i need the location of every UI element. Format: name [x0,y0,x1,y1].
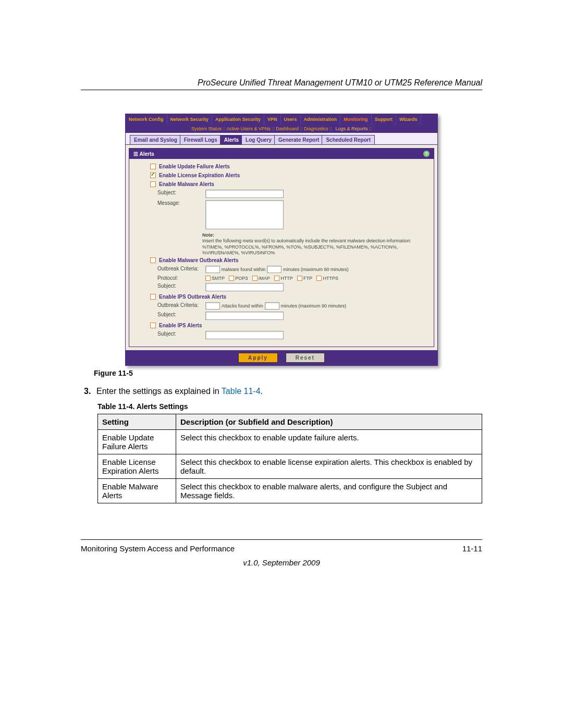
table-cell-setting: Enable Malware Alerts [98,479,176,503]
label-update-failure: Enable Update Failure Alerts [159,164,230,169]
topnav-item[interactable]: VPN [264,114,281,125]
checkbox-malware-alerts[interactable] [150,181,156,187]
tab-item[interactable]: Scheduled Report [322,135,375,144]
step-text-b: . [261,387,263,396]
label-ips-subject: Subject: [157,331,202,337]
screenshot: Network ConfigNetwork SecurityApplicatio… [125,114,438,366]
label-protocol-https: HTTPS [323,276,338,281]
label-malware-alerts: Enable Malware Alerts [159,181,214,187]
label-ips-outbreak-subject: Subject: [157,312,202,317]
step-table-link[interactable]: Table 11-4 [222,387,261,396]
section-title: ☰ Alerts [133,151,154,157]
table-cell-description: Select this checkbox to enable update fa… [176,430,482,454]
help-icon[interactable]: ? [423,151,430,157]
input-ips-subject[interactable] [205,331,284,339]
topnav-item[interactable]: Users [281,114,301,125]
label-protocol-pop3: POP3 [235,276,249,281]
checkbox-malware-outbreak[interactable] [150,257,156,263]
input-malware-minutes[interactable] [267,266,282,273]
topnav-item[interactable]: Monitoring [340,114,372,125]
tab-item[interactable]: Firewall Logs [180,135,222,144]
table-cell-setting: Enable License Expiration Alerts [98,454,176,479]
table-row: Enable License Expiration AlertsSelect t… [98,454,482,479]
table-caption: Table 11-4. Alerts Settings [97,402,482,411]
subnav-active: Logs & Reports :: [336,126,372,131]
figure-caption: Figure 11-5 [94,369,482,377]
label-ips-outbreak: Enable IPS Outbreak Alerts [159,294,226,300]
apply-button[interactable]: Apply [238,353,278,363]
topnav-item[interactable]: Administration [301,114,341,125]
table-header-description: Description (or Subfield and Description… [176,414,482,430]
label-ips-alerts: Enable IPS Alerts [159,323,202,328]
tab-item[interactable]: Generate Report [274,135,323,144]
checkbox-protocol-smtp[interactable] [205,276,211,281]
step-3: 3. Enter the settings as explained in Ta… [81,387,482,396]
note-line2: %TIME%, %PROTOCOL%, %FROM%, %TO%, %SUBJE… [202,244,398,255]
text-ips-minutes-max: minutes (maximum 90 minutes) [280,303,346,309]
checkbox-ips-alerts[interactable] [150,323,156,328]
alerts-settings-table: Setting Description (or Subfield and Des… [97,414,482,503]
label-protocol-smtp: SMTP [212,276,226,281]
label-license-expiration: Enable License Expiration Alerts [159,172,240,178]
checkbox-update-failure[interactable] [150,164,156,169]
input-malware-outbreak-subject[interactable] [205,283,284,291]
input-ips-count[interactable] [205,302,220,310]
reset-button[interactable]: Reset [286,353,325,363]
checkbox-protocol-http[interactable] [274,276,279,281]
label-subject: Subject: [157,190,202,195]
label-outbreak-criteria: Outbreak Criteria: [157,266,202,272]
checkbox-protocol-imap[interactable] [252,276,258,281]
label-protocol-ftp: FTP [303,276,313,281]
note-head: Note: [202,232,214,238]
top-nav: Network ConfigNetwork SecurityApplicatio… [126,114,437,125]
label-message: Message: [157,200,202,206]
tab-item[interactable]: Log Query [241,135,276,144]
label-malware-outbreak-subject: Subject: [157,283,202,289]
topnav-item[interactable]: Network Security [167,114,213,125]
label-ips-outbreak-criteria: Outbreak Criteria: [157,302,202,308]
table-row: Enable Malware AlertsSelect this checkbo… [98,479,482,503]
document-title: ProSecure Unified Threat Management UTM1… [81,78,482,90]
table-header-setting: Setting [98,414,176,430]
footer-section-title: Monitoring System Access and Performance [81,544,235,553]
note-block: Note: Insert the following meta word(s) … [202,232,429,256]
label-protocol-http: HTTP [280,276,294,281]
text-attacks-found-within: Attacks found within [222,303,263,309]
footer-page-number: 11-11 [462,544,482,553]
input-malware-count[interactable] [205,266,220,273]
sub-nav: System Status :: Active Users & VPNs :: … [126,125,437,133]
label-malware-outbreak: Enable Malware Outbreak Alerts [159,257,238,263]
topnav-item[interactable]: Wizards [396,114,421,125]
note-line1: Insert the following meta word(s) to aut… [202,238,411,243]
text-malware-found-within: malware found within [222,267,266,272]
label-protocol-imap: IMAP [259,276,271,281]
checkbox-protocol-https[interactable] [316,276,322,281]
input-malware-subject[interactable] [205,190,284,198]
step-number: 3. [84,387,96,396]
table-row: Enable Update Failure AlertsSelect this … [98,430,482,454]
checkbox-ips-outbreak[interactable] [150,294,156,300]
topnav-item[interactable]: Network Config [126,114,167,125]
subnav-text: System Status :: Active Users & VPNs :: … [191,126,332,131]
checkbox-protocol-ftp[interactable] [297,276,302,281]
footer-version: v1.0, September 2009 [81,558,482,567]
step-text-a: Enter the settings as explained in [96,387,222,396]
tab-row: Email and SyslogFirewall LogsAlertsLog Q… [126,133,437,145]
textarea-malware-message[interactable] [205,200,284,229]
topnav-item[interactable]: Support [372,114,397,125]
checkbox-protocol-pop3[interactable] [229,276,234,281]
table-cell-description: Select this checkbox to enable malware a… [176,479,482,503]
tab-item[interactable]: Alerts [220,135,243,144]
text-minutes-max: minutes (maximum 90 minutes) [283,267,349,272]
label-protocol: Protocol: [157,275,202,281]
input-ips-outbreak-subject[interactable] [205,312,284,320]
input-ips-minutes[interactable] [265,302,279,310]
checkbox-license-expiration[interactable] [150,172,156,178]
button-bar: Apply Reset [126,350,437,365]
table-cell-setting: Enable Update Failure Alerts [98,430,176,454]
topnav-item[interactable]: Application Security [212,114,264,125]
section-header: ☰ Alerts ? [129,149,434,159]
tab-item[interactable]: Email and Syslog [130,135,181,144]
protocol-group: SMTP POP3 IMAP HTTP FTP HTTPS [205,275,341,281]
table-cell-description: Select this checkbox to enable license e… [176,454,482,479]
